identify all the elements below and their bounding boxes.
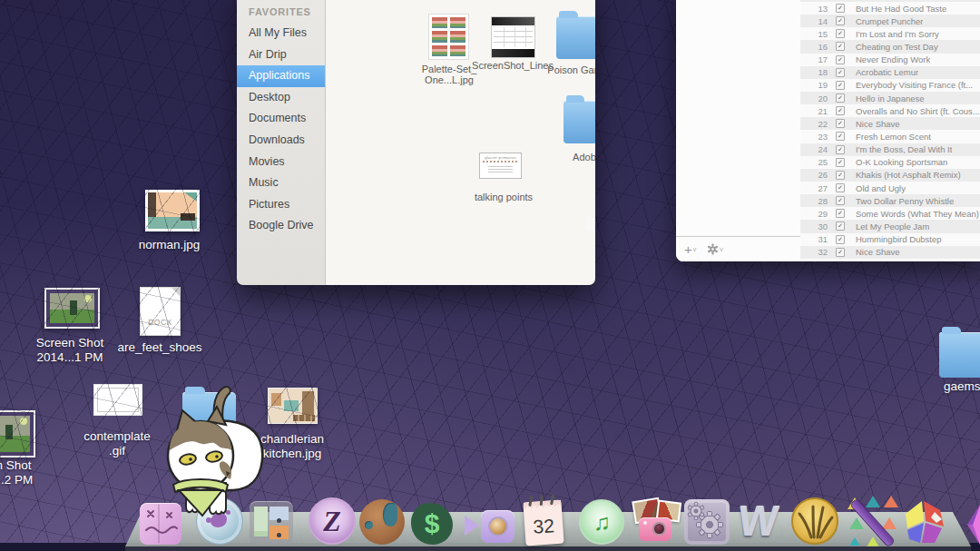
track-checkbox[interactable]: ✓ bbox=[836, 106, 845, 115]
file-screenshot-lines-thumbnail[interactable] bbox=[491, 16, 535, 58]
track-checkbox[interactable]: ✓ bbox=[836, 132, 845, 141]
track-checkbox[interactable]: ✓ bbox=[836, 248, 845, 257]
track-title[interactable]: Let My People Jam bbox=[856, 221, 929, 231]
folder-adobo-icon[interactable] bbox=[564, 101, 595, 143]
track-row[interactable]: 23✓Fresh Lemon Scent bbox=[800, 130, 980, 143]
sidebar-item-all-my-files[interactable]: All My Files bbox=[237, 23, 325, 44]
gold-plant-app-icon[interactable] bbox=[791, 497, 838, 545]
sidebar-item-desktop[interactable]: Desktop bbox=[237, 87, 325, 109]
music-window[interactable]: + v v bbox=[676, 0, 980, 261]
track-row[interactable]: 20✓Hello in Japanese bbox=[800, 92, 980, 104]
folder-adobo-label[interactable]: Adobo bbox=[560, 152, 595, 162]
track-title[interactable]: Hello in Japanese bbox=[856, 93, 925, 103]
z-app-icon[interactable]: Z bbox=[309, 497, 356, 545]
track-checkbox[interactable]: ✓ bbox=[836, 196, 845, 205]
track-title[interactable]: Fresh Lemon Scent bbox=[856, 132, 931, 142]
track-title[interactable]: I'm the Boss, Deal With It bbox=[856, 144, 952, 154]
settings-gears-app-icon[interactable] bbox=[684, 499, 730, 545]
gear-menu-button[interactable]: v bbox=[707, 243, 723, 255]
track-title[interactable]: Old and Ugly bbox=[856, 183, 906, 193]
money-app-icon[interactable]: $ bbox=[411, 503, 453, 545]
track-row[interactable]: 31✓Hummingbird Dubstep bbox=[800, 233, 980, 246]
track-row[interactable]: 29✓Some Words (What They Mean) bbox=[800, 207, 980, 220]
desktop-label-screen-shot-2[interactable]: n Shot ...2 PM bbox=[0, 458, 68, 487]
track-title[interactable]: But He Had Good Taste bbox=[856, 4, 946, 14]
color-polygon-app-icon[interactable] bbox=[902, 499, 946, 545]
track-title[interactable]: Some Words (What They Mean) bbox=[856, 209, 979, 219]
sidebar-item-pictures[interactable]: Pictures bbox=[237, 194, 325, 216]
desktop-label-gaems[interactable]: gaems bbox=[936, 379, 980, 394]
file-screenshot-lines-label[interactable]: ScreenShot_Lines bbox=[469, 60, 556, 71]
track-row[interactable]: 13✓But He Had Good Taste bbox=[800, 2, 980, 15]
track-row[interactable]: 24✓I'm the Boss, Deal With It bbox=[800, 143, 980, 156]
sidebar-item-music[interactable]: Music bbox=[237, 172, 325, 194]
track-row[interactable]: 18✓Acrobatic Lemur bbox=[800, 66, 980, 79]
gem-app-icon[interactable] bbox=[967, 505, 980, 546]
track-row[interactable]: 32✓Nice Shave bbox=[800, 246, 980, 259]
track-title[interactable]: Overalls and No Shirt (ft. Cous... bbox=[856, 106, 980, 116]
triangles-pen-app-icon[interactable] bbox=[848, 497, 895, 545]
sidebar-item-movies[interactable]: Movies bbox=[237, 152, 325, 173]
video-camera-app-icon[interactable] bbox=[465, 508, 515, 545]
track-checkbox[interactable]: ✓ bbox=[836, 68, 845, 77]
track-row[interactable]: 16✓Cheating on Test Day bbox=[800, 40, 980, 53]
desktop-label-are-feet-shoes[interactable]: are_feet_shoes bbox=[100, 340, 220, 355]
track-title[interactable]: Khakis (Hot Asphalt Remix) bbox=[856, 170, 961, 180]
sidebar-item-applications[interactable]: Applications bbox=[237, 65, 325, 87]
track-row[interactable]: 15✓I'm Lost and I'm Sorry bbox=[800, 27, 980, 40]
desktop-folder-gaems[interactable] bbox=[939, 332, 980, 378]
sidebar-item-boogle-drive[interactable]: Boogle Drive bbox=[237, 215, 325, 237]
track-title[interactable]: I'm Lost and I'm Sorry bbox=[856, 29, 939, 39]
track-title[interactable]: Two Dollar Penny Whistle bbox=[856, 196, 954, 206]
desktop-label-norman[interactable]: norman.jpg bbox=[109, 238, 230, 252]
track-checkbox[interactable]: ✓ bbox=[836, 235, 845, 244]
track-title[interactable]: Nice Shave bbox=[856, 247, 900, 257]
track-row[interactable]: 28✓Two Dollar Penny Whistle bbox=[800, 194, 980, 207]
w-wave-app-icon[interactable]: W bbox=[737, 497, 780, 545]
track-row[interactable]: 30✓Let My People Jam bbox=[800, 220, 980, 232]
file-talking-points-thumbnail[interactable]: glacier primaries bbox=[479, 153, 522, 179]
track-row[interactable]: 27✓Old and Ugly bbox=[800, 182, 980, 194]
track-checkbox[interactable]: ✓ bbox=[836, 4, 845, 13]
sidebar-item-air-drip[interactable]: Air Drip bbox=[237, 44, 325, 66]
track-checkbox[interactable]: ✓ bbox=[836, 145, 845, 154]
track-checkbox[interactable]: ✓ bbox=[836, 42, 845, 51]
track-row[interactable]: 26✓Khakis (Hot Asphalt Remix) bbox=[800, 169, 980, 182]
track-title[interactable]: Everybody Visiting France (ft... bbox=[856, 80, 973, 90]
track-title[interactable]: Hummingbird Dubstep bbox=[856, 234, 942, 244]
track-title[interactable]: Nice Shave bbox=[856, 119, 900, 129]
track-row[interactable]: 22✓Nice Shave bbox=[800, 117, 980, 130]
sidebar-item-downloads[interactable]: Downloads bbox=[237, 130, 325, 152]
track-checkbox[interactable]: ✓ bbox=[836, 81, 845, 90]
track-checkbox[interactable]: ✓ bbox=[836, 119, 845, 128]
folder-poison-garden-icon[interactable] bbox=[556, 16, 595, 59]
track-title[interactable]: Acrobatic Lemur bbox=[856, 67, 918, 77]
track-title[interactable]: Crumpet Puncher bbox=[856, 16, 923, 26]
finder-window[interactable]: FAVORITES All My FilesAir DripApplicatio… bbox=[237, 0, 595, 285]
track-checkbox[interactable]: ✓ bbox=[836, 158, 845, 167]
desktop-label-contemplate[interactable]: contemplate .gif bbox=[67, 429, 167, 458]
calendar-app-icon[interactable]: 32 bbox=[523, 500, 564, 546]
track-row[interactable]: 14✓Crumpet Puncher bbox=[800, 15, 980, 27]
music-app-icon[interactable]: ♫ bbox=[579, 499, 624, 545]
track-checkbox[interactable]: ✓ bbox=[836, 55, 845, 64]
sidebar-item-documents[interactable]: Documents bbox=[237, 108, 325, 130]
track-title[interactable]: Never Ending Work bbox=[856, 54, 930, 64]
add-playlist-button[interactable]: + v bbox=[684, 242, 696, 256]
track-checkbox[interactable]: ✓ bbox=[836, 171, 845, 180]
track-row[interactable]: 19✓Everybody Visiting France (ft... bbox=[800, 79, 980, 92]
track-checkbox[interactable]: ✓ bbox=[836, 183, 845, 192]
track-checkbox[interactable]: ✓ bbox=[836, 209, 845, 218]
track-checkbox[interactable]: ✓ bbox=[836, 93, 845, 103]
track-checkbox[interactable]: ✓ bbox=[836, 16, 845, 25]
track-title[interactable]: Cheating on Test Day bbox=[856, 42, 938, 52]
track-row[interactable]: 21✓Overalls and No Shirt (ft. Cous... bbox=[800, 104, 980, 117]
folder-poison-garden-label[interactable]: Poison Garden bbox=[544, 64, 595, 75]
track-checkbox[interactable]: ✓ bbox=[836, 221, 845, 231]
file-talking-points-label[interactable]: talking points bbox=[464, 192, 544, 202]
track-title[interactable]: O-K Looking Sportsman bbox=[856, 157, 947, 167]
photos-app-icon[interactable] bbox=[628, 499, 681, 545]
file-palette-thumbnail[interactable] bbox=[428, 14, 469, 60]
track-checkbox[interactable]: ✓ bbox=[836, 29, 845, 38]
track-row[interactable]: 25✓O-K Looking Sportsman bbox=[800, 156, 980, 169]
